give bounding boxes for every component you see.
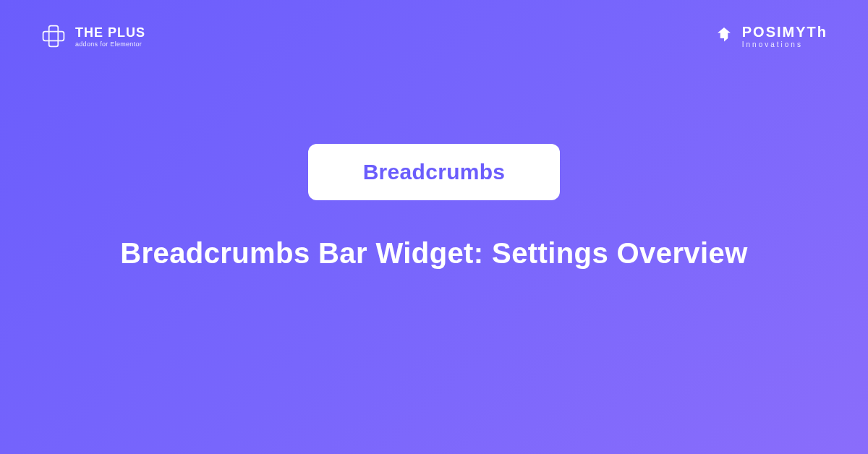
the-plus-icon xyxy=(41,23,67,49)
svg-rect-1 xyxy=(43,32,64,41)
posimyth-text: POSIMYTh Innovations xyxy=(742,24,827,48)
the-plus-text: THE PLUS addons for Elementor xyxy=(75,25,145,48)
posimyth-logo: POSIMYTh Innovations xyxy=(713,24,827,48)
the-plus-title: THE PLUS xyxy=(75,25,145,40)
category-badge: Breadcrumbs xyxy=(308,144,561,200)
header: THE PLUS addons for Elementor POSIMYTh I… xyxy=(0,23,868,49)
posimyth-subtitle: Innovations xyxy=(742,40,827,48)
center-content: Breadcrumbs Breadcrumbs Bar Widget: Sett… xyxy=(0,144,868,274)
posimyth-title: POSIMYTh xyxy=(742,24,827,40)
the-plus-logo: THE PLUS addons for Elementor xyxy=(41,23,145,49)
page-title: Breadcrumbs Bar Widget: Settings Overvie… xyxy=(120,232,747,274)
posimyth-icon xyxy=(713,25,735,47)
the-plus-subtitle: addons for Elementor xyxy=(75,40,145,48)
svg-rect-0 xyxy=(49,26,59,47)
